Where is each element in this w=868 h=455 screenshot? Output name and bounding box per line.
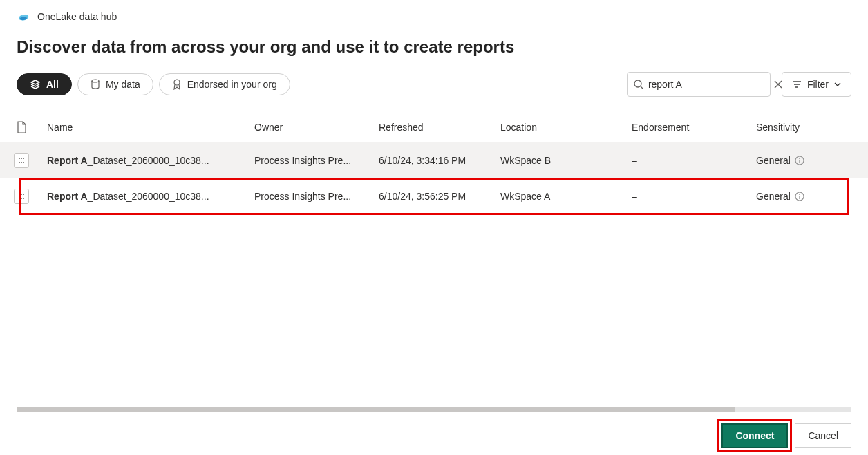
col-type-icon — [0, 121, 43, 133]
row-name-bold: Report A — [47, 155, 88, 166]
svg-point-13 — [21, 162, 22, 163]
stack-icon — [30, 79, 41, 90]
row-owner: Process Insights Pre... — [250, 191, 375, 202]
svg-point-0 — [92, 80, 99, 82]
row-location: WkSpace B — [496, 155, 628, 166]
col-location[interactable]: Location — [496, 122, 628, 133]
svg-point-19 — [21, 194, 22, 195]
onelake-logo-icon — [17, 10, 30, 24]
row-name-bold: Report A — [47, 191, 88, 202]
svg-point-1 — [174, 80, 180, 85]
chevron-down-icon — [834, 82, 841, 86]
svg-point-22 — [21, 198, 22, 199]
col-refreshed[interactable]: Refreshed — [375, 122, 496, 133]
search-icon — [633, 79, 644, 90]
cylinder-icon — [91, 79, 100, 90]
svg-point-21 — [19, 198, 20, 199]
table-header-row: Name Owner Refreshed Location Endorsemen… — [0, 112, 868, 142]
horizontal-scrollbar[interactable] — [17, 407, 851, 412]
tab-my-data-label: My data — [106, 79, 140, 90]
col-name[interactable]: Name — [43, 122, 250, 133]
table-row[interactable]: Report A_Dataset_2060000_10c38... Proces… — [0, 178, 868, 214]
row-owner: Process Insights Pre... — [250, 155, 375, 166]
svg-point-23 — [23, 198, 24, 199]
col-owner[interactable]: Owner — [250, 122, 375, 133]
row-sensitivity: General — [756, 155, 791, 166]
tab-my-data[interactable]: My data — [77, 73, 153, 95]
row-endorsement: – — [628, 155, 752, 166]
svg-point-16 — [799, 158, 800, 159]
cancel-button[interactable]: Cancel — [795, 423, 851, 448]
row-endorsement: – — [628, 191, 752, 202]
page-title: Discover data from across your org and u… — [0, 24, 868, 57]
svg-point-9 — [19, 158, 20, 159]
data-table: Name Owner Refreshed Location Endorsemen… — [0, 112, 868, 455]
hub-title: OneLake data hub — [37, 11, 117, 22]
svg-point-10 — [21, 158, 22, 159]
tab-endorsed[interactable]: Endorsed in your org — [159, 73, 290, 95]
info-icon[interactable] — [795, 156, 804, 165]
svg-point-18 — [19, 194, 20, 195]
info-icon[interactable] — [795, 192, 804, 201]
controls-row: All My data Endorsed in your org Filter — [0, 57, 868, 97]
svg-point-25 — [799, 194, 800, 195]
row-sensitivity: General — [756, 191, 791, 202]
connect-button[interactable]: Connect — [721, 423, 788, 448]
scrollbar-thumb[interactable] — [17, 407, 735, 412]
tab-all[interactable]: All — [17, 73, 72, 95]
row-refreshed: 6/10/24, 3:56:25 PM — [375, 191, 496, 202]
filter-button[interactable]: Filter — [782, 72, 851, 97]
row-name-rest: _Dataset_2060000_10c38... — [88, 191, 209, 202]
row-location: WkSpace A — [496, 191, 628, 202]
svg-point-14 — [23, 162, 24, 163]
row-name-rest: _Dataset_2060000_10c38... — [88, 155, 209, 166]
svg-point-2 — [634, 80, 641, 87]
search-box[interactable] — [627, 72, 771, 97]
col-endorsement[interactable]: Endorsement — [628, 122, 752, 133]
table-row[interactable]: Report A_Dataset_2060000_10c38... Proces… — [0, 142, 868, 178]
filter-icon — [792, 80, 802, 89]
row-refreshed: 6/10/24, 3:34:16 PM — [375, 155, 496, 166]
svg-point-11 — [23, 158, 24, 159]
dataset-icon — [14, 189, 29, 204]
svg-point-20 — [23, 194, 24, 195]
tab-endorsed-label: Endorsed in your org — [187, 79, 277, 90]
svg-line-3 — [641, 86, 643, 89]
search-input[interactable] — [648, 79, 769, 90]
tab-all-label: All — [46, 79, 59, 90]
ribbon-icon — [172, 79, 182, 90]
dataset-icon — [14, 153, 29, 168]
svg-point-12 — [19, 162, 20, 163]
col-sensitivity[interactable]: Sensitivity — [752, 122, 862, 133]
filter-label: Filter — [807, 79, 829, 90]
